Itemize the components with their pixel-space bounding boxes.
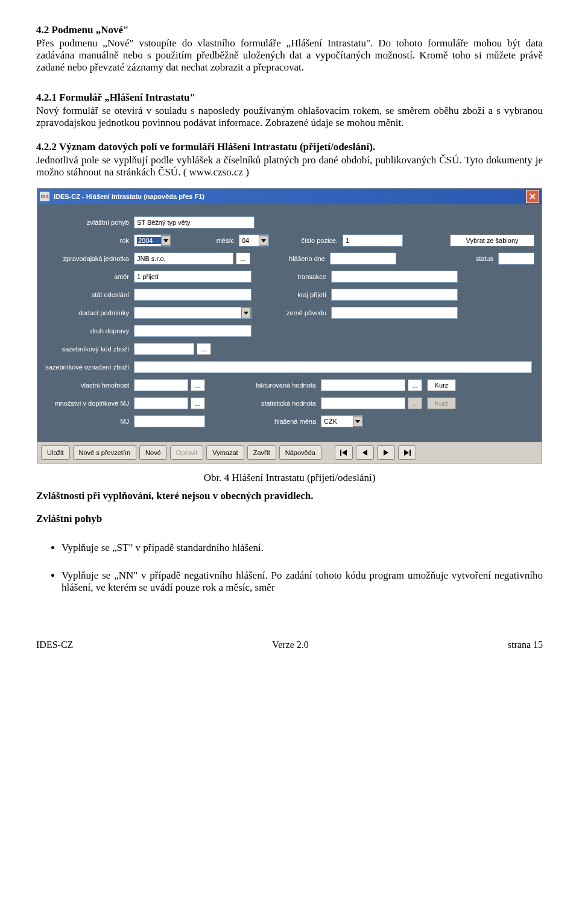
label-mnozstvi-mj: množství v doplňkové MJ [45,400,134,407]
window-title: IDES-CZ - Hlášení Intrastatu (napověda p… [54,193,526,200]
heading-zvlastni-pohyb: Zvláštní pohyb [36,513,543,525]
combo-mena-value: CZK [324,418,353,425]
chevron-down-icon[interactable] [161,235,171,246]
label-fakturovana-hodnota: fakturovaná hodnota [205,382,321,389]
svg-rect-5 [410,450,411,456]
combo-rok-value: 2004 [137,237,161,244]
field-smer[interactable]: 1 přijetí [134,271,252,283]
para-4-2: Přes podmenu „Nové" vstoupíte do vlastní… [36,37,543,74]
svg-rect-0 [340,450,341,456]
nove-button[interactable]: Nové [139,445,167,460]
footer-left: IDES-CZ [36,640,73,650]
field-transakce[interactable] [331,271,458,283]
label-druh-dopravy: druh dopravy [45,327,134,335]
label-transakce: transakce [252,273,331,280]
field-sazebnikove-oznaceni[interactable] [134,361,532,373]
combo-mesic[interactable]: 04 [239,234,269,247]
label-smer: směr [45,273,134,280]
field-druh-dopravy[interactable] [134,325,252,337]
field-pozice[interactable]: 1 [343,234,403,247]
nove-prevzetim-button[interactable]: Nové s převzetím [73,445,137,460]
label-statisticka-hodnota: statistická hodnota [205,400,321,407]
chevron-down-icon[interactable] [353,416,362,427]
label-kraj-prijeti: kraj přijetí [252,291,331,298]
lookup-mnozstvi-button[interactable]: ... [191,397,205,409]
field-sazebnikovy-kod[interactable] [134,343,194,355]
footer-center: Verze 2.0 [272,640,308,650]
label-rok: rok [45,237,134,244]
footer-right: strana 15 [508,640,543,650]
field-zeme-puvodu[interactable] [331,307,458,319]
last-record-button[interactable] [398,445,416,460]
close-icon[interactable] [526,190,539,203]
figure-caption: Obr. 4 Hlášení Intrastatu (přijetí/odesl… [36,472,543,484]
first-record-button[interactable] [335,445,353,460]
label-jednotka: zpravodajská jednotka [45,255,134,262]
heading-4-2: 4.2 Podmenu „Nové" [36,24,543,36]
button-bar: Uložit Nové s převzetím Nové Opravit Vym… [37,442,542,463]
lookup-hmotnost-button[interactable]: ... [191,379,205,391]
field-fakturovana-hodnota[interactable] [321,379,405,391]
napoveda-button[interactable]: Nápověda [279,445,321,460]
vymazat-button[interactable]: Vymazat [206,445,244,460]
label-vlastni-hmotnost: vlastní hmotnost [45,382,134,389]
lookup-kod-button[interactable]: ... [197,343,211,355]
app-icon: m3 [40,192,49,201]
field-mnozstvi-mj[interactable] [134,397,188,409]
chevron-down-icon[interactable] [241,307,251,318]
combo-rok[interactable]: 2004 [134,234,171,247]
field-hlaseno-dne[interactable] [330,253,396,265]
label-zvlastni-pohyb: zvláštní pohyb [45,219,134,226]
svg-marker-4 [404,450,409,456]
titlebar: m3 IDES-CZ - Hlášení Intrastatu (napověd… [37,189,542,204]
label-status: status [463,255,498,262]
prev-record-button[interactable] [356,445,374,460]
ulozit-button[interactable]: Uložit [41,445,70,460]
label-mj: MJ [45,418,134,425]
kurz-button-disabled: Kurz [427,397,456,409]
field-stat-odeslani[interactable] [134,289,252,301]
label-hlaseno-dne: hlášeno dne [250,255,330,262]
field-mj[interactable] [134,415,205,427]
label-sazebnikovy-kod: sazebníkový kód zboží [45,345,134,353]
svg-marker-3 [384,450,388,456]
label-stat-odeslani: stát odeslání [45,291,134,298]
bullet-nn: Vyplňuje se „NN" v případě negativního h… [62,570,543,594]
label-cislo-pozice: číslo pozice. [269,237,343,244]
field-status[interactable] [498,253,534,265]
lookup-jednotka-button[interactable]: ... [236,253,250,265]
field-kraj-prijeti[interactable] [331,289,458,301]
lookup-statisticka-button: ... [408,397,422,409]
lookup-faktura-button[interactable]: ... [408,379,422,391]
label-hlasena-mena: hlašená měna [205,418,321,425]
opravit-button: Opravit [170,445,203,460]
field-statisticka-hodnota[interactable] [321,397,405,409]
para-4-2-1: Nový formulář se otevírá v souladu s nap… [36,105,543,129]
heading-4-2-2: 4.2.2 Význam datových polí ve formuláři … [36,141,375,152]
combo-dodaci-podminky[interactable] [134,307,252,319]
vybrat-sablonu-button[interactable]: Vybrat ze šablony [450,234,534,247]
label-zeme-puvodu: země původu [252,309,331,316]
heading-4-2-1: 4.2.1 Formulář „Hlášení Intrastatu" [36,92,543,104]
combo-mena[interactable]: CZK [321,415,363,427]
bullet-st: Vyplňuje se „ST" v případě standardního … [62,542,543,554]
svg-marker-1 [342,450,347,456]
field-zvlastni-pohyb[interactable]: ST Běžný typ věty [134,216,255,228]
dialog-hlaseni-intrastatu: m3 IDES-CZ - Hlášení Intrastatu (napověd… [37,188,542,464]
label-sazebnikove-oznaceni: sazebníkové označení zboží [45,363,134,371]
zavrit-button[interactable]: Zavřít [247,445,276,460]
field-jednotka[interactable]: JNB s.r.o. [134,253,233,265]
svg-marker-2 [362,450,367,456]
next-record-button[interactable] [377,445,395,460]
kurz-button[interactable]: Kurz [427,379,456,391]
heading-special: Zvláštnosti při vyplňování, které nejsou… [36,490,543,502]
field-vlastni-hmotnost[interactable] [134,379,188,391]
label-dodaci-podminky: dodací podmínky [45,309,134,316]
chevron-down-icon[interactable] [259,235,268,246]
combo-mesic-value: 04 [242,237,259,244]
label-mesic: měsíc [171,237,239,244]
para-4-2-2: Jednotlivá pole se vyplňují podle vyhláš… [36,154,543,178]
